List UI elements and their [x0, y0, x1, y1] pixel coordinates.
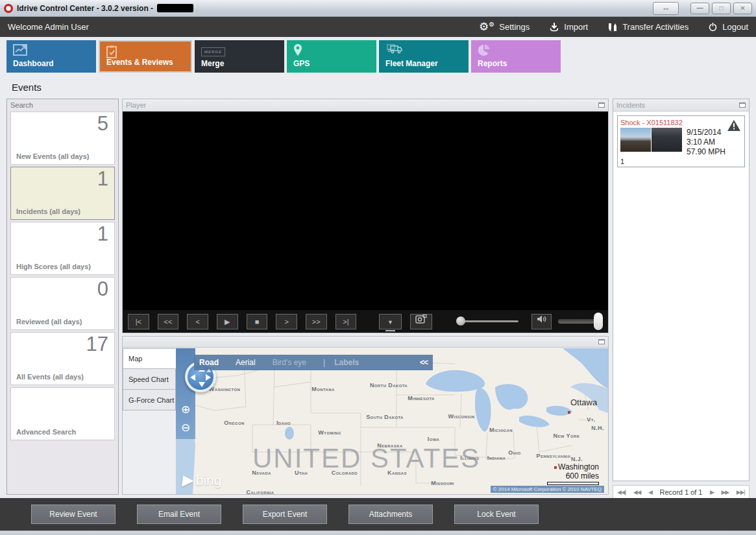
map-view-tabs: Map Speed Chart G-Force Chart — [123, 348, 176, 410]
state-label: Minnesota — [408, 395, 435, 401]
card-reviewed[interactable]: 0 Reviewed (all days) — [10, 277, 115, 330]
map-view-road[interactable]: Road — [199, 358, 219, 367]
seek-slider-thumb[interactable] — [456, 316, 465, 326]
record-next-button[interactable]: ▶ — [710, 489, 714, 495]
pan-left-arrow[interactable] — [190, 374, 195, 381]
cabin-camera-thumbnail[interactable] — [652, 128, 682, 152]
tab-dashboard[interactable]: Dashboard — [6, 40, 96, 73]
tab-merge[interactable]: MERGE Merge — [195, 40, 284, 73]
zoom-in-button[interactable]: ⊕ — [178, 403, 193, 417]
tab-map[interactable]: Map — [123, 348, 176, 369]
incidents-panel: Incidents Shock - X01511832 9/15/2014 3:… — [613, 99, 750, 481]
pan-right-arrow[interactable] — [206, 374, 211, 381]
card-all-events[interactable]: 17 All Events (all days) — [10, 332, 115, 385]
state-label: Montana — [311, 386, 335, 392]
status-strip — [0, 530, 756, 535]
city-label-ottawa: Ottawa — [570, 398, 597, 407]
state-label: Oregon — [224, 420, 244, 426]
record-first-button[interactable]: ◀◀| — [617, 489, 626, 495]
volume-slider[interactable] — [558, 319, 603, 324]
record-last-button[interactable]: ▶▶| — [737, 489, 745, 495]
search-sidebar: Search 5 New Events (all days) 1 Inciden… — [6, 99, 119, 495]
state-label: Missouri — [431, 480, 454, 486]
skip-last-button[interactable]: >| — [335, 314, 357, 329]
download-video-button[interactable]: ▼ — [379, 314, 402, 329]
incidents-panel-title: Incidents — [616, 101, 645, 109]
app-icon — [4, 4, 13, 13]
state-label: Pennsylvania — [537, 453, 571, 459]
tab-gps[interactable]: GPS — [287, 40, 376, 73]
gear-icon: ⚙⚙ — [479, 21, 494, 32]
close-button[interactable]: ✕ — [733, 3, 752, 14]
map-view-toolbar: Road Aerial Bird's eye | Labels << — [194, 355, 433, 370]
footer-actions: Review Event Email Event Export Event At… — [0, 498, 756, 530]
transfer-activities-button[interactable]: Transfer Activities — [607, 22, 689, 32]
mute-button[interactable] — [531, 314, 552, 329]
maximize-panel-icon[interactable] — [598, 102, 605, 108]
resize-button[interactable]: ⇔ — [653, 2, 679, 15]
email-event-button[interactable]: Email Event — [137, 505, 221, 524]
fast-forward-button[interactable]: >> — [306, 314, 327, 329]
state-label: Idaho — [276, 420, 291, 426]
record-prev-page-button[interactable]: ◀◀ — [633, 489, 641, 495]
maximize-button[interactable]: □ — [712, 3, 731, 14]
minimize-button[interactable]: — — [690, 3, 709, 14]
scale-bar — [547, 482, 599, 485]
card-advanced-search[interactable]: Advanced Search — [10, 387, 115, 440]
play-button[interactable]: ▶ — [217, 314, 238, 329]
bing-map[interactable]: Washington Montana North Dakota Minnesot… — [176, 348, 608, 494]
search-panel-title: Search — [7, 99, 118, 112]
record-next-page-button[interactable]: ▶▶ — [721, 489, 729, 495]
tab-events-reviews[interactable]: Events & Reviews — [99, 40, 192, 73]
step-back-button[interactable]: < — [187, 314, 208, 329]
main-tabs: Dashboard Events & Reviews MERGE Merge G… — [6, 40, 561, 74]
rewind-button[interactable]: << — [158, 314, 179, 329]
incident-speed: 57.90 MPH — [687, 147, 726, 157]
map-copyright: © 2014 Microsoft Corporation © 2010 NAVT… — [491, 486, 604, 493]
map-view-aerial[interactable]: Aerial — [236, 358, 256, 367]
maximize-panel-icon[interactable] — [739, 102, 746, 108]
seek-slider[interactable] — [456, 320, 518, 322]
card-new-events[interactable]: 5 New Events (all days) — [10, 112, 115, 165]
card-high-scores[interactable]: 1 High Scores (all days) — [10, 222, 115, 275]
maximize-panel-icon[interactable] — [598, 339, 605, 344]
tab-reports[interactable]: Reports — [471, 40, 561, 73]
step-forward-button[interactable]: > — [276, 314, 297, 329]
settings-button[interactable]: ⚙⚙ Settings — [479, 21, 530, 32]
attachments-button[interactable]: Attachments — [348, 505, 433, 524]
review-event-button[interactable]: Review Event — [31, 505, 116, 524]
toolbar-collapse-button[interactable]: << — [420, 358, 428, 367]
zoom-out-button[interactable]: ⊖ — [178, 421, 193, 435]
road-camera-thumbnail[interactable] — [620, 128, 651, 152]
state-label: Indiana — [487, 455, 506, 461]
video-display — [123, 112, 608, 310]
stop-button[interactable]: ■ — [247, 314, 268, 329]
incident-card[interactable]: Shock - X01511832 9/15/2014 3:10 AM 57.9… — [617, 115, 745, 167]
pie-chart-icon — [478, 44, 490, 59]
window-titlebar: Idrive Control Center - 3.0.2 version - … — [0, 0, 756, 17]
record-prev-button[interactable]: ◀ — [648, 489, 652, 495]
power-icon — [708, 22, 718, 32]
lock-event-button[interactable]: Lock Event — [454, 505, 539, 524]
map-view-labels[interactable]: Labels — [334, 358, 359, 367]
state-label: Ohio — [508, 449, 520, 456]
incident-count: 1 — [620, 158, 742, 165]
state-label: Wyoming — [318, 429, 341, 436]
skip-first-button[interactable]: |< — [128, 314, 149, 329]
pan-down-arrow[interactable] — [199, 382, 205, 387]
incident-date: 9/15/2014 — [687, 128, 726, 137]
import-button[interactable]: Import — [549, 22, 588, 32]
logout-button[interactable]: Logout — [708, 22, 748, 32]
map-view-birdseye[interactable]: Bird's eye — [273, 358, 306, 367]
window-title: Idrive Control Center - 3.0.2 version - — [17, 4, 153, 13]
trucks-icon — [385, 44, 402, 58]
volume-slider-thumb[interactable] — [594, 313, 603, 330]
state-label: Wisconsin — [448, 413, 474, 420]
snapshot-button[interactable] — [410, 314, 433, 329]
tab-gforce-chart[interactable]: G-Force Chart — [123, 390, 176, 410]
export-event-button[interactable]: Export Event — [243, 505, 327, 524]
tab-fleet-manager[interactable]: Fleet Manager — [379, 40, 469, 73]
card-incidents[interactable]: 1 Incidents (all days) — [10, 167, 115, 220]
record-navigator: ◀◀| ◀◀ ◀ Record 1 of 1 ▶ ▶▶ ▶▶| — [613, 485, 750, 499]
tab-speed-chart[interactable]: Speed Chart — [123, 369, 176, 390]
